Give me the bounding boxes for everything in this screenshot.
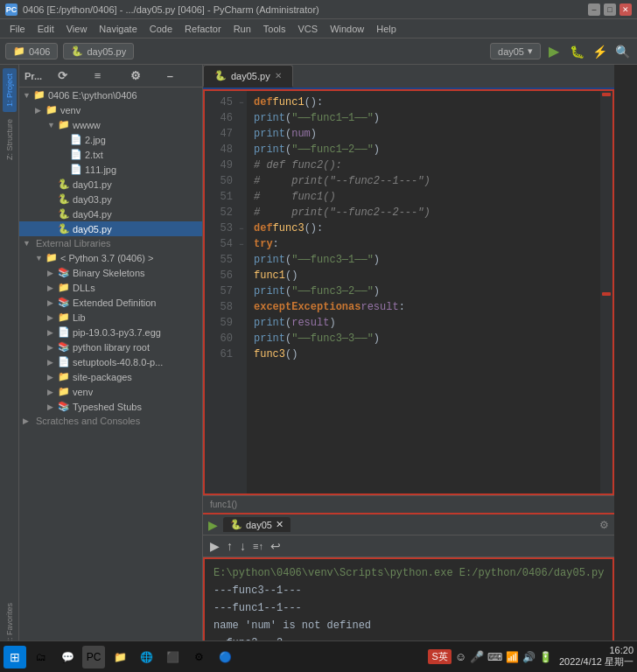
menu-item-refactor[interactable]: Refactor <box>178 22 228 36</box>
fold-45[interactable]: − <box>236 94 247 110</box>
taskbar-icon-6[interactable]: ⚙ <box>187 646 210 668</box>
code-line-54: try: <box>254 236 593 252</box>
taskbar-pycharm[interactable]: PC <box>82 646 105 668</box>
tree-item-11[interactable]: ▼ 📁 < Python 3.7 (0406) > <box>19 250 202 265</box>
project-breadcrumb[interactable]: 📁 0406 <box>5 43 58 60</box>
menu-item-code[interactable]: Code <box>144 22 178 36</box>
tree-label: 2.jpg <box>85 135 106 145</box>
tree-item-18[interactable]: ▶ 📄 setuptools-40.8.0-p... <box>19 354 202 369</box>
search-button[interactable]: 🔍 <box>612 42 632 61</box>
tree-item-4[interactable]: 📄 2.txt <box>19 147 202 162</box>
tree-item-12[interactable]: ▶ 📚 Binary Skeletons <box>19 265 202 280</box>
structure-tab[interactable]: Z: Structure <box>3 114 17 165</box>
tree-item-15[interactable]: ▶ 📁 Lib <box>19 310 202 325</box>
tree-arrow: ▶ <box>47 388 58 396</box>
line-num-48: 48 <box>208 142 233 158</box>
start-button[interactable]: ⊞ <box>4 646 26 668</box>
minimize-button[interactable]: – <box>588 4 600 16</box>
menu-item-view[interactable]: View <box>60 22 94 36</box>
tab-day05[interactable]: 🐍 day05.py ✕ <box>203 65 293 88</box>
tree-item-6[interactable]: 🐍 day01.py <box>19 177 202 192</box>
tree-item-7[interactable]: 🐍 day03.py <box>19 192 202 206</box>
tree-item-0[interactable]: ▼ 📁 0406 E:\python\0406 <box>19 88 202 102</box>
settings-icon[interactable]: ⚙ <box>599 519 609 531</box>
scroll-button[interactable]: ↓ <box>238 537 248 555</box>
fold-57 <box>236 284 247 299</box>
rerun-button[interactable]: ▶ <box>208 537 221 555</box>
menu-item-vcs[interactable]: VCS <box>292 22 325 36</box>
tree-item-22[interactable]: ▶ Scratches and Consoles <box>19 414 202 428</box>
sidebar-settings-btn[interactable]: ⚙ <box>128 68 160 83</box>
project-tab[interactable]: 1: Project <box>3 68 17 112</box>
close-button[interactable]: ✕ <box>620 4 632 16</box>
code-content[interactable]: def func1(): print("——func1—1——") print(… <box>247 91 600 494</box>
menu-item-file[interactable]: File <box>4 22 32 36</box>
sidebar-collapse-btn[interactable]: ≡ <box>92 68 124 83</box>
tab-close[interactable]: ✕ <box>275 71 282 80</box>
fold-56 <box>236 268 247 284</box>
tree-item-17[interactable]: ▶ 📚 python library root <box>19 340 202 354</box>
stop-button[interactable]: ↑ <box>225 537 234 555</box>
menu-item-edit[interactable]: Edit <box>32 22 60 36</box>
content-wrapper: 1: Project Z: Structure 2: Favorites Pr.… <box>0 65 637 653</box>
tree-item-3[interactable]: 📄 2.jpg <box>19 132 202 147</box>
line-num-57: 57 <box>208 284 233 299</box>
run-tab-label: day05 <box>246 520 272 530</box>
tree-item-14[interactable]: ▶ 📚 Extended Definition <box>19 295 202 310</box>
filter-button[interactable]: ≡↑ <box>251 539 265 553</box>
fold-53[interactable]: − <box>236 220 247 236</box>
line-num-60: 60 <box>208 331 233 346</box>
tree-icon: 🐍 <box>58 223 70 234</box>
menu-item-help[interactable]: Help <box>370 22 402 36</box>
fold-48 <box>236 142 247 158</box>
tree-label: Extended Definition <box>73 298 156 308</box>
ime-indicator[interactable]: S英 <box>428 649 451 664</box>
tree-item-20[interactable]: ▶ 📁 venv <box>19 384 202 399</box>
tree-item-5[interactable]: 📄 111.jpg <box>19 162 202 177</box>
menu-item-window[interactable]: Window <box>324 22 370 36</box>
run-tab-day05[interactable]: 🐍 day05 ✕ <box>223 517 290 532</box>
fold-54[interactable]: − <box>236 236 247 252</box>
tree-arrow: ▼ <box>47 121 58 130</box>
sidebar-close-btn[interactable]: – <box>164 68 197 83</box>
tree-item-21[interactable]: ▶ 📚 Typeshed Stubs <box>19 399 202 414</box>
tree-item-1[interactable]: ▶ 📁 venv <box>19 102 202 117</box>
run-output: E:\python\0406\venv\Scripts\python.exe E… <box>203 557 614 653</box>
system-tray: S英 ☺ 🎤 ⌨ 📶 🔊 🔋 <box>428 649 552 664</box>
debug-button[interactable]: 🐛 <box>567 42 586 61</box>
run-tab-close[interactable]: ✕ <box>276 519 284 530</box>
tree-item-2[interactable]: ▼ 📁 wwww <box>19 117 202 132</box>
menu-item-tools[interactable]: Tools <box>257 22 292 36</box>
tree-label: day03.py <box>73 194 112 205</box>
tree-icon: 🐍 <box>58 193 70 205</box>
run-button[interactable]: ▶ <box>544 42 564 61</box>
taskbar-icon-1[interactable]: 🗂 <box>30 646 52 668</box>
file-breadcrumb[interactable]: 🐍 day05.py <box>63 43 134 60</box>
wrap-button[interactable]: ↩ <box>269 537 283 555</box>
tree-item-16[interactable]: ▶ 📄 pip-19.0.3-py3.7.egg <box>19 325 202 340</box>
tree-item-8[interactable]: 🐍 day04.py <box>19 206 202 221</box>
tree-label: venv <box>60 105 80 116</box>
taskbar-icon-3[interactable]: 📁 <box>108 646 131 668</box>
right-gutter <box>600 91 612 494</box>
tree-icon: 📄 <box>70 134 82 145</box>
menu-item-navigate[interactable]: Navigate <box>93 22 143 36</box>
tree-icon: 📄 <box>58 356 70 368</box>
menu-item-run[interactable]: Run <box>228 22 257 36</box>
run-config-selector[interactable]: day05 ▾ <box>490 43 541 60</box>
taskbar-icon-2[interactable]: 💬 <box>56 646 79 668</box>
taskbar-icon-7[interactable]: 🔵 <box>214 646 236 668</box>
clock-time: 16:20 <box>559 645 634 655</box>
sidebar-sync-btn[interactable]: ⟳ <box>55 68 88 83</box>
error-marker-top <box>602 93 611 96</box>
coverage-button[interactable]: ⚡ <box>590 42 609 61</box>
taskbar-icons: ⊞ 🗂 💬 PC 📁 🌐 ⬛ ⚙ 🔵 <box>4 646 428 668</box>
tree-item-19[interactable]: ▶ 📁 site-packages <box>19 369 202 384</box>
tree-item-10[interactable]: ▼ External Libraries <box>19 236 202 250</box>
taskbar-icon-4[interactable]: 🌐 <box>135 646 158 668</box>
maximize-button[interactable]: □ <box>604 4 616 16</box>
tree-item-13[interactable]: ▶ 📁 DLLs <box>19 280 202 295</box>
tree-item-9[interactable]: 🐍 day05.py <box>19 221 202 236</box>
clock[interactable]: 16:20 2022/4/12 星期一 <box>559 645 634 668</box>
taskbar-icon-5[interactable]: ⬛ <box>161 646 184 668</box>
